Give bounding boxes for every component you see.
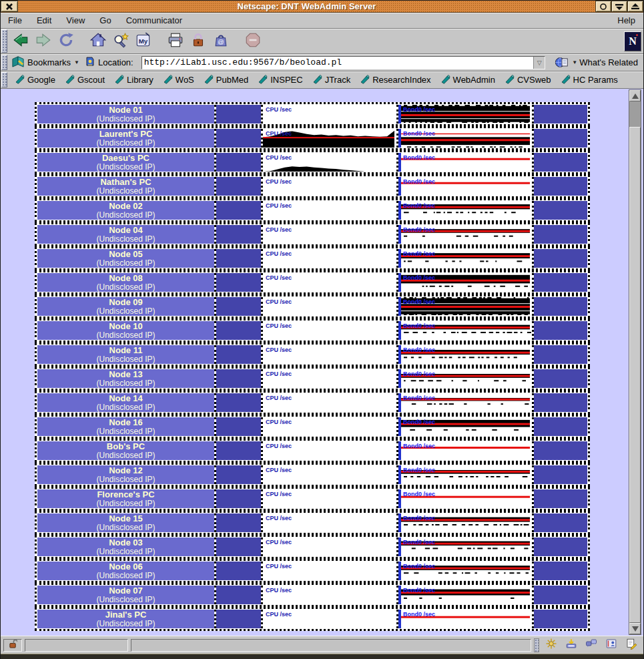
search-icon	[112, 31, 129, 51]
table-row: Node 14(Undisclosed IP)CPU /secBond0 /se…	[35, 391, 590, 415]
window-close-button[interactable]	[1, 1, 18, 12]
table-row: Node 06(Undisclosed IP)CPU /secBond0 /se…	[35, 559, 590, 583]
table-row: Node 12(Undisclosed IP)CPU /secBond0 /se…	[35, 463, 590, 487]
cpu-graph-label: CPU /sec	[266, 539, 292, 545]
address-book-icon	[605, 638, 618, 652]
window-iconify-button[interactable]	[595, 1, 611, 12]
netscape-logo[interactable]: N	[624, 31, 641, 51]
home-button[interactable]	[87, 31, 109, 52]
back-button[interactable]	[10, 31, 31, 52]
bond-graph-label: Bond0 /sec	[403, 395, 435, 401]
menu-item-help[interactable]: Help	[609, 15, 643, 25]
row-end-cell	[534, 489, 587, 508]
row-spacer-cell	[216, 417, 263, 436]
mailbox-button[interactable]	[563, 638, 579, 652]
bond-graph-cell: Bond0 /sec	[398, 369, 534, 388]
window-lower-button[interactable]	[611, 1, 627, 12]
menu-item-view[interactable]: View	[59, 15, 92, 25]
scroll-down-button[interactable]	[629, 623, 641, 634]
row-spacer-cell	[216, 153, 263, 172]
menu-item-go[interactable]: Go	[92, 15, 118, 25]
cpu-graph-cell: CPU /sec	[263, 153, 398, 172]
url-dropdown-button[interactable]: ▽	[533, 57, 545, 69]
bookmark-icon	[15, 74, 25, 86]
row-spacer-cell	[216, 177, 263, 196]
stop-button[interactable]	[242, 31, 264, 52]
cpu-graph-cell: CPU /sec	[263, 513, 398, 532]
cpu-graph-cell: CPU /sec	[263, 345, 398, 364]
shade-icon	[631, 3, 640, 11]
print-button[interactable]	[165, 31, 186, 52]
cpu-graph-label: CPU /sec	[266, 298, 292, 305]
table-row: Node 10(Undisclosed IP)CPU /secBond0 /se…	[35, 318, 590, 343]
my-netscape-button[interactable]: My	[133, 31, 154, 52]
security-status-button[interactable]	[3, 639, 22, 652]
progress-area	[25, 639, 128, 652]
discussions-button[interactable]	[583, 638, 599, 652]
cpu-graph-label: CPU /sec	[266, 515, 292, 521]
window-resize-frame[interactable]	[1, 654, 643, 659]
menu-item-file[interactable]: File	[1, 15, 29, 25]
toolbar-grip[interactable]	[1, 29, 7, 53]
navigator-wheel-button[interactable]	[543, 638, 559, 652]
bookmark-item-google[interactable]: Google	[10, 74, 60, 86]
node-table: Node 01(Undisclosed IP)CPU /secBond0 /se…	[35, 102, 590, 631]
table-row: Node 11(Undisclosed IP)CPU /secBond0 /se…	[35, 343, 590, 367]
whats-related-button[interactable]: ▼ What's Related	[549, 55, 643, 70]
composer-button[interactable]	[623, 638, 639, 652]
bookmarks-menu-button[interactable]: Bookmarks ▼	[10, 55, 83, 69]
scroll-up-button[interactable]	[629, 90, 641, 101]
bookmark-item-jtrack[interactable]: JTrack	[308, 74, 356, 86]
node-name-cell: Node 14(Undisclosed IP)	[37, 393, 216, 412]
window-titlebar[interactable]: Netscape: DNT WebAdmin Server	[1, 1, 643, 13]
node-name: Node 14	[109, 394, 143, 403]
cpu-graph-cell: CPU /sec	[263, 273, 398, 292]
row-end-cell	[534, 562, 587, 580]
bond-graph-label: Bond0 /sec	[403, 443, 435, 449]
table-row: Node 01(Undisclosed IP)CPU /secBond0 /se…	[35, 102, 590, 126]
node-ip: (Undisclosed IP)	[96, 235, 155, 244]
window-shade-button[interactable]	[627, 1, 643, 12]
bookmark-item-wos[interactable]: WoS	[158, 74, 199, 86]
address-book-button[interactable]	[603, 638, 619, 652]
bookmark-label: HC Params	[573, 75, 618, 85]
vertical-scrollbar[interactable]	[629, 89, 641, 635]
url-input[interactable]	[142, 57, 534, 68]
bookmark-item-gscout[interactable]: Gscout	[60, 74, 109, 86]
cpu-graph-label: CPU /sec	[266, 178, 292, 185]
whats-related-label: What's Related	[579, 57, 638, 67]
reload-button[interactable]	[55, 31, 77, 52]
security-button[interactable]	[188, 31, 209, 52]
bookmark-item-researchindex[interactable]: ResearchIndex	[355, 74, 435, 86]
scrollbar-thumb[interactable]	[629, 127, 641, 623]
forward-button[interactable]	[33, 31, 54, 52]
component-bar-grip[interactable]	[534, 638, 539, 652]
bond-graph-cell: Bond0 /sec	[398, 417, 534, 436]
titlebar-drag-area[interactable]: Netscape: DNT WebAdmin Server	[18, 1, 595, 12]
bond-graph-label: Bond0 /sec	[403, 515, 435, 521]
cpu-graph-cell: CPU /sec	[263, 249, 398, 268]
bookmark-item-hc-params[interactable]: HC Params	[556, 74, 623, 86]
cpu-graph-cell: CPU /sec	[263, 369, 398, 388]
bookmark-item-cvsweb[interactable]: CVSweb	[500, 74, 556, 86]
bond-graph-label: Bond0 /sec	[403, 178, 435, 185]
menu-item-communicator[interactable]: Communicator	[119, 15, 190, 25]
bookmark-item-library[interactable]: Library	[109, 74, 158, 86]
bookmark-item-webadmin[interactable]: WebAdmin	[436, 74, 500, 86]
bookmark-icon	[505, 74, 515, 86]
location-toolbar-grip[interactable]	[1, 55, 7, 70]
row-end-cell	[534, 513, 587, 532]
personal-toolbar-grip[interactable]	[1, 72, 7, 87]
shop-button[interactable]: @	[210, 31, 232, 52]
table-row: Florence's PC(Undisclosed IP)CPU /secBon…	[35, 487, 590, 511]
table-row: Daesu's PC(Undisclosed IP)CPU /secBond0 …	[35, 150, 590, 174]
location-label-group[interactable]: Location:	[83, 56, 137, 69]
node-name: Node 09	[109, 298, 143, 307]
search-button[interactable]	[110, 31, 131, 52]
cpu-graph-cell: CPU /sec	[263, 177, 398, 196]
row-spacer-cell	[216, 201, 263, 220]
bookmark-icon	[360, 74, 370, 86]
bookmark-item-inspec[interactable]: INSPEC	[253, 74, 307, 86]
menu-item-edit[interactable]: Edit	[29, 15, 59, 25]
bookmark-item-pubmed[interactable]: PubMed	[199, 74, 253, 86]
